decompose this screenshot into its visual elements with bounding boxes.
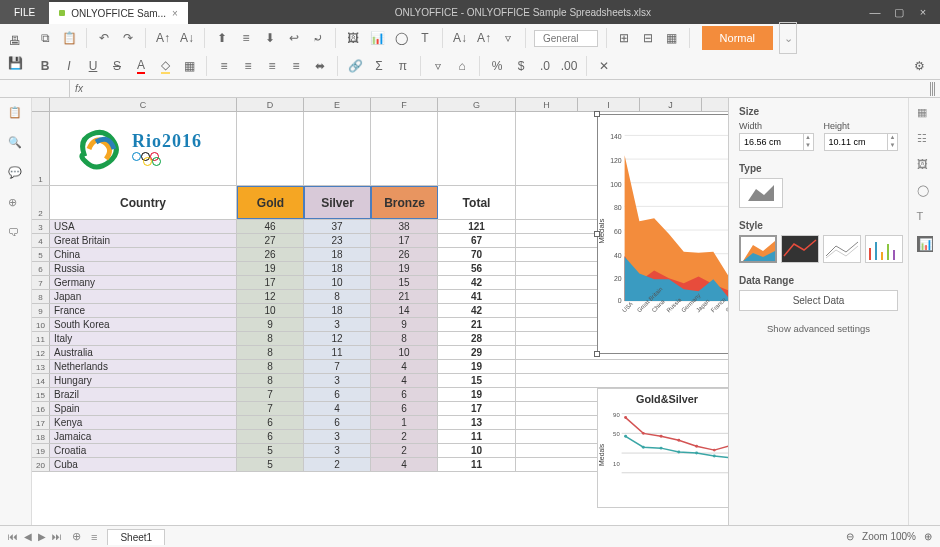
align-justify-icon[interactable]: ≡ [287, 57, 305, 75]
table-icon[interactable]: ▦ [663, 29, 681, 47]
plugins-panel-icon[interactable]: ⊕ [8, 196, 24, 212]
total-cell[interactable]: 42 [438, 276, 516, 289]
currency-icon[interactable]: $ [512, 57, 530, 75]
close-tab-icon[interactable]: × [172, 8, 178, 19]
col-header[interactable]: D [237, 98, 304, 111]
bronze-cell[interactable]: 8 [371, 332, 438, 345]
country-cell[interactable]: South Korea [50, 318, 237, 331]
select-data-button[interactable]: Select Data [739, 290, 898, 311]
zoom-out-icon[interactable]: ⊖ [846, 531, 854, 542]
bronze-cell[interactable]: 4 [371, 374, 438, 387]
fill-color-icon[interactable]: ◇ [156, 57, 174, 75]
named-range-icon[interactable]: ⌂ [453, 57, 471, 75]
bronze-cell[interactable]: 4 [371, 360, 438, 373]
silver-cell[interactable]: 8 [304, 290, 371, 303]
row-header[interactable]: 12 [32, 346, 50, 359]
silver-cell[interactable]: 7 [304, 360, 371, 373]
silver-cell[interactable]: 11 [304, 346, 371, 359]
silver-cell[interactable]: 3 [304, 430, 371, 443]
equation-icon[interactable]: π [394, 57, 412, 75]
row-header[interactable]: 15 [32, 388, 50, 401]
last-sheet-icon[interactable]: ⏭ [52, 531, 62, 542]
country-cell[interactable]: China [50, 248, 237, 261]
paste-icon[interactable]: 📋 [60, 29, 78, 47]
total-cell[interactable]: 70 [438, 248, 516, 261]
row-header[interactable]: 3 [32, 220, 50, 233]
font-smaller-icon[interactable]: A↓ [178, 29, 196, 47]
sheet-list-icon[interactable]: ≡ [91, 531, 97, 543]
silver-cell[interactable]: 18 [304, 304, 371, 317]
bronze-cell[interactable]: 26 [371, 248, 438, 261]
align-middle-icon[interactable]: ≡ [237, 29, 255, 47]
total-cell[interactable]: 21 [438, 318, 516, 331]
align-top-icon[interactable]: ⬆ [213, 29, 231, 47]
hyperlink-icon[interactable]: 🔗 [346, 57, 364, 75]
delete-cells-icon[interactable]: ⊟ [639, 29, 657, 47]
bronze-cell[interactable]: 17 [371, 234, 438, 247]
total-cell[interactable]: 19 [438, 388, 516, 401]
gold-cell[interactable]: 12 [237, 290, 304, 303]
silver-cell[interactable]: 37 [304, 220, 371, 233]
bronze-cell[interactable]: 10 [371, 346, 438, 359]
gold-cell[interactable]: 26 [237, 248, 304, 261]
filter-icon[interactable]: ▿ [499, 29, 517, 47]
cell-style-normal[interactable]: Normal [702, 26, 773, 50]
country-cell[interactable]: Kenya [50, 416, 237, 429]
table-settings-icon[interactable]: ☷ [917, 132, 933, 148]
redo-icon[interactable]: ↷ [119, 29, 137, 47]
total-cell[interactable]: 19 [438, 360, 516, 373]
silver-cell[interactable]: 3 [304, 444, 371, 457]
wrap-icon[interactable]: ↩ [285, 29, 303, 47]
row-header[interactable]: 14 [32, 374, 50, 387]
area-chart[interactable]: Medals 140120100 806040 200 USA Gr [597, 114, 728, 354]
comments-panel-icon[interactable]: 💬 [8, 166, 24, 182]
gold-cell[interactable]: 6 [237, 430, 304, 443]
gold-cell[interactable]: 8 [237, 346, 304, 359]
row-header[interactable]: 10 [32, 318, 50, 331]
silver-cell[interactable]: 4 [304, 402, 371, 415]
country-cell[interactable]: Italy [50, 332, 237, 345]
bronze-cell[interactable]: 6 [371, 402, 438, 415]
merge-icon[interactable]: ⬌ [311, 57, 329, 75]
silver-cell[interactable]: 10 [304, 276, 371, 289]
total-cell[interactable]: 28 [438, 332, 516, 345]
settings-icon[interactable]: ⚙ [910, 57, 928, 75]
bronze-cell[interactable]: 6 [371, 388, 438, 401]
bronze-cell[interactable]: 21 [371, 290, 438, 303]
row-header[interactable]: 2 [32, 186, 50, 219]
gold-cell[interactable]: 8 [237, 360, 304, 373]
row-header[interactable]: 11 [32, 332, 50, 345]
gold-cell[interactable]: 46 [237, 220, 304, 233]
total-cell[interactable]: 56 [438, 262, 516, 275]
resize-handle[interactable] [594, 111, 600, 117]
font-color-icon[interactable]: A [132, 57, 150, 75]
next-sheet-icon[interactable]: ▶ [38, 531, 46, 542]
chart-style-option[interactable] [865, 235, 903, 263]
line-chart[interactable]: Gold&Silver Medals 905010 [597, 388, 728, 508]
shape-settings-icon[interactable]: ◯ [917, 184, 933, 200]
name-box[interactable] [0, 80, 70, 97]
header-bronze[interactable]: Bronze [371, 186, 438, 219]
maximize-icon[interactable]: ▢ [892, 6, 906, 19]
row-header[interactable]: 5 [32, 248, 50, 261]
chart-style-option[interactable] [739, 235, 777, 263]
select-all-corner[interactable] [32, 98, 50, 111]
country-cell[interactable]: Russia [50, 262, 237, 275]
function-icon[interactable]: Σ [370, 57, 388, 75]
borders-icon[interactable]: ▦ [180, 57, 198, 75]
clear-filter-icon[interactable]: ▿ [429, 57, 447, 75]
add-sheet-icon[interactable]: ⊕ [72, 530, 81, 543]
gold-cell[interactable]: 5 [237, 444, 304, 457]
country-cell[interactable]: Great Britain [50, 234, 237, 247]
insert-text-icon[interactable]: T [416, 29, 434, 47]
prev-sheet-icon[interactable]: ◀ [24, 531, 32, 542]
total-cell[interactable]: 15 [438, 374, 516, 387]
gold-cell[interactable]: 5 [237, 458, 304, 471]
row-header[interactable]: 8 [32, 290, 50, 303]
country-cell[interactable]: France [50, 304, 237, 317]
gold-cell[interactable]: 7 [237, 388, 304, 401]
row-header[interactable]: 13 [32, 360, 50, 373]
total-cell[interactable]: 41 [438, 290, 516, 303]
feedback-icon[interactable]: 🗨 [8, 226, 24, 242]
clear-icon[interactable]: ✕ [595, 57, 613, 75]
